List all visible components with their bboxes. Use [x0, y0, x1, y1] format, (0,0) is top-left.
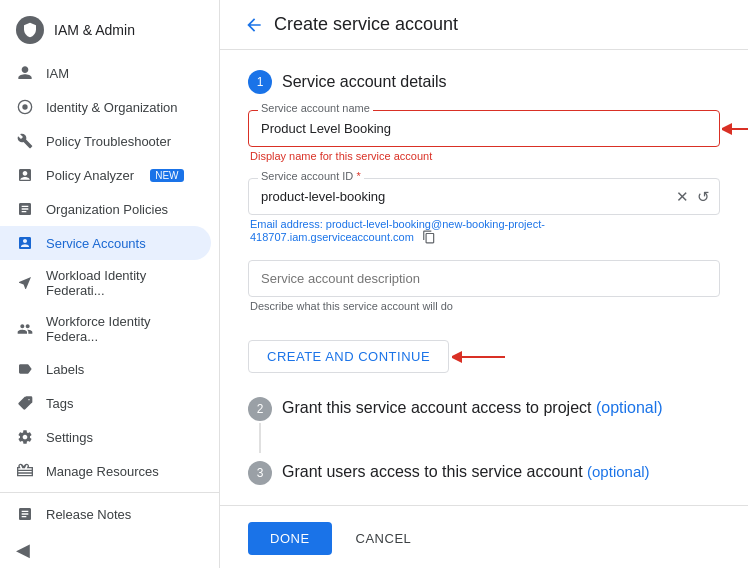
sidebar-item-labels-label: Labels [46, 362, 84, 377]
step2-section: 2 Grant this service account access to p… [248, 397, 720, 453]
settings-icon [16, 428, 34, 446]
step3-circle: 3 [248, 461, 272, 485]
name-hint: Display name for this service account [248, 150, 720, 162]
sidebar-item-release-notes[interactable]: Release Notes [0, 497, 211, 531]
sidebar-item-workforce-label: Workforce Identity Federa... [46, 314, 195, 344]
step3-title: Grant users access to this service accou… [282, 463, 650, 480]
step3-section: 3 Grant users access to this service acc… [248, 461, 720, 485]
service-account-name-input[interactable] [248, 110, 720, 147]
step3-optional: (optional) [587, 463, 650, 480]
page-title: Create service account [274, 14, 458, 35]
refresh-id-btn[interactable]: ↺ [697, 188, 710, 206]
labels-icon [16, 360, 34, 378]
sidebar-item-workforce-identity[interactable]: Workforce Identity Federa... [0, 306, 211, 352]
identity-icon [16, 98, 34, 116]
step2-circle: 2 [248, 397, 272, 421]
create-btn-wrapper: CREATE AND CONTINUE [248, 340, 449, 373]
service-account-description-field: Describe what this service account will … [248, 260, 720, 312]
sidebar-item-workload-identity[interactable]: Workload Identity Federati... [0, 260, 211, 306]
form-content: 1 Service account details Service accoun… [220, 50, 748, 505]
description-hint: Describe what this service account will … [248, 300, 720, 312]
sidebar-title: IAM & Admin [54, 22, 135, 38]
sidebar-item-tags[interactable]: Tags [0, 386, 211, 420]
sidebar-item-policy-troubleshooter-label: Policy Troubleshooter [46, 134, 171, 149]
sidebar-logo [16, 16, 44, 44]
svg-point-1 [22, 104, 27, 109]
sidebar-item-policy-analyzer[interactable]: Policy Analyzer NEW [0, 158, 211, 192]
sidebar-item-policy-troubleshooter[interactable]: Policy Troubleshooter [0, 124, 211, 158]
sidebar-item-identity[interactable]: Identity & Organization [0, 90, 211, 124]
workforce-identity-icon [16, 320, 34, 338]
sidebar-item-policy-analyzer-label: Policy Analyzer [46, 168, 134, 183]
done-button[interactable]: DONE [248, 522, 332, 555]
copy-email-btn[interactable] [422, 230, 436, 244]
org-policies-icon [16, 200, 34, 218]
sidebar-item-workload-label: Workload Identity Federati... [46, 268, 195, 298]
service-account-name-field: Service account name Display name for th… [248, 110, 720, 162]
create-and-continue-button[interactable]: CREATE AND CONTINUE [248, 340, 449, 373]
sidebar-item-release-notes-label: Release Notes [46, 507, 131, 522]
sidebar-item-service-accounts-label: Service Accounts [46, 236, 146, 251]
step1-circle: 1 [248, 70, 272, 94]
service-account-description-input[interactable] [248, 260, 720, 297]
step2-title: Grant this service account access to pro… [282, 399, 663, 416]
sidebar-nav: IAM Identity & Organization Policy Troub… [0, 56, 219, 531]
sidebar-item-manage-resources-label: Manage Resources [46, 464, 159, 479]
sidebar-item-labels[interactable]: Labels [0, 352, 211, 386]
sidebar-item-identity-label: Identity & Organization [46, 100, 178, 115]
service-account-id-input[interactable] [248, 178, 720, 215]
email-hint-line1: Email address: product-level-booking@new… [248, 218, 720, 230]
sidebar-item-org-policies-label: Organization Policies [46, 202, 168, 217]
sidebar-divider [0, 492, 219, 493]
service-account-id-label: Service account ID [258, 170, 364, 182]
sidebar-item-org-policies[interactable]: Organization Policies [0, 192, 211, 226]
create-btn-arrow [452, 347, 507, 367]
sidebar: IAM & Admin IAM Identity & Organization … [0, 0, 220, 568]
back-button[interactable] [244, 15, 264, 35]
service-account-id-field: Service account ID ✕ ↺ Email address: pr… [248, 178, 720, 244]
page-header: Create service account [220, 0, 748, 50]
sidebar-item-manage-resources[interactable]: Manage Resources [0, 454, 211, 488]
step1-title: Service account details [282, 73, 447, 91]
service-accounts-icon [16, 234, 34, 252]
sidebar-item-iam-label: IAM [46, 66, 69, 81]
collapse-sidebar-btn[interactable]: ◀ [0, 531, 46, 568]
cancel-button[interactable]: CANCEL [340, 522, 428, 555]
sidebar-item-iam[interactable]: IAM [0, 56, 211, 90]
footer-actions: DONE CANCEL [220, 505, 748, 568]
id-input-actions: ✕ ↺ [676, 188, 710, 206]
sidebar-header: IAM & Admin [0, 8, 219, 56]
sidebar-item-tags-label: Tags [46, 396, 73, 411]
manage-resources-icon [16, 462, 34, 480]
iam-icon [16, 64, 34, 82]
main-content: Create service account 1 Service account… [220, 0, 748, 568]
sidebar-item-settings[interactable]: Settings [0, 420, 211, 454]
sidebar-item-service-accounts[interactable]: Service Accounts [0, 226, 211, 260]
service-account-name-label: Service account name [258, 102, 373, 114]
troubleshooter-icon [16, 132, 34, 150]
name-arrow [722, 119, 748, 139]
workload-identity-icon [16, 274, 34, 292]
tags-icon [16, 394, 34, 412]
release-notes-icon [16, 505, 34, 523]
step1-header: 1 Service account details [248, 70, 720, 94]
email-hint-line2: 418707.iam.gserviceaccount.com [248, 230, 720, 244]
policy-analyzer-icon [16, 166, 34, 184]
sidebar-item-settings-label: Settings [46, 430, 93, 445]
step1-section: 1 Service account details Service accoun… [248, 70, 720, 373]
new-badge: NEW [150, 169, 183, 182]
step2-optional: (optional) [596, 399, 663, 416]
clear-id-btn[interactable]: ✕ [676, 188, 689, 206]
